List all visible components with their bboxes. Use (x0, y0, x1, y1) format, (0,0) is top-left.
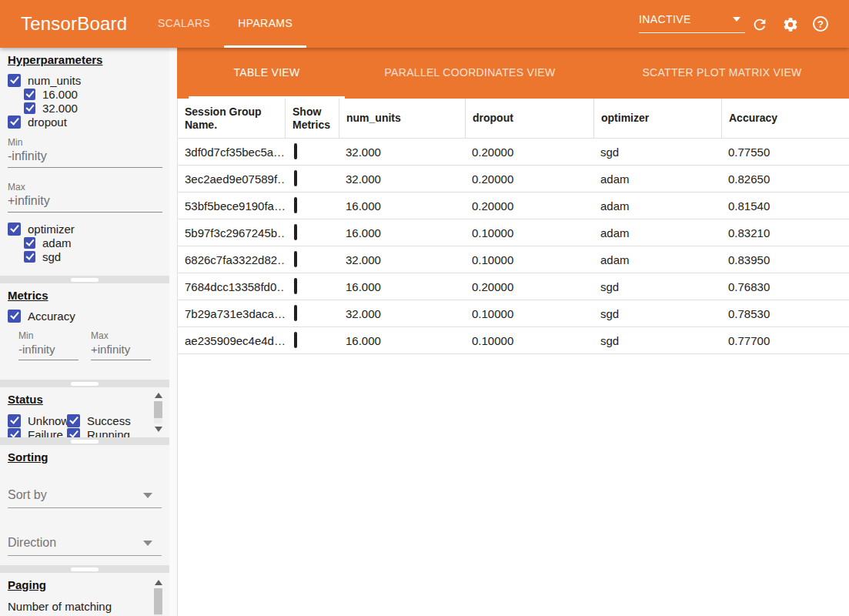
show-metrics-checkbox[interactable] (294, 197, 297, 213)
main-tab-bar: SCALARS HPARAMS (144, 0, 306, 48)
hparam-value-label: 16.000 (42, 88, 78, 101)
refresh-icon[interactable] (751, 16, 768, 33)
tab-scalars[interactable]: SCALARS (144, 0, 224, 48)
scroll-down-icon[interactable] (155, 427, 162, 432)
tab-parallel-coordinates-view[interactable]: PARALLEL COORDINATES VIEW (345, 48, 595, 99)
scrollbar-track[interactable] (154, 401, 162, 424)
scrollbar-thumb[interactable] (154, 401, 162, 418)
min-input[interactable]: -infinity (8, 148, 162, 168)
status-scrollbar[interactable] (153, 390, 163, 434)
table-row: ae235909ec4e4d… 16.000 0.10000 sgd 0.777… (178, 327, 849, 354)
session-group-name: 3ec2aed9e07589f… (178, 172, 285, 186)
metric-max-field[interactable]: Max +infinity (91, 330, 151, 360)
app-title: TensorBoard (21, 13, 127, 35)
optimizer-cell: sgd (593, 280, 721, 293)
optimizer-cell: sgd (593, 334, 721, 347)
scroll-up-icon[interactable] (155, 580, 162, 585)
help-icon[interactable] (813, 16, 828, 32)
section-resize-handle[interactable] (0, 380, 169, 387)
drag-handle[interactable] (71, 278, 99, 282)
hparam-value-label: sgd (42, 250, 61, 263)
tab-hparams[interactable]: HPARAMS (224, 0, 306, 48)
drag-handle[interactable] (71, 382, 99, 386)
checkbox-dropout[interactable] (8, 116, 21, 129)
table-row: 7b29a731e3daca… 32.000 0.10000 sgd 0.785… (178, 300, 849, 327)
checkbox-sgd[interactable] (24, 251, 35, 263)
hparam-optimizer[interactable]: optimizer (8, 222, 169, 236)
column-header-session-group-name: Session Group Name. (178, 99, 285, 138)
max-label: Max (91, 330, 151, 341)
show-metrics-checkbox[interactable] (294, 305, 297, 321)
section-metrics: Metrics Accuracy Min -infinity Max +infi… (0, 283, 169, 380)
drag-handle[interactable] (71, 567, 99, 571)
checkbox-32[interactable] (24, 102, 35, 114)
section-resize-handle[interactable] (0, 276, 169, 283)
optimizer-cell: sgd (593, 307, 721, 320)
checkbox-adam[interactable] (24, 237, 35, 249)
column-header-show-metrics: Show Metrics (285, 99, 339, 138)
show-metrics-checkbox[interactable] (294, 332, 297, 348)
table-header-row: Session Group Name. Show Metrics num_uni… (178, 99, 849, 139)
hparam-value-32[interactable]: 32.000 (24, 101, 169, 115)
dropout-max-field[interactable]: Max +infinity (8, 182, 162, 213)
scroll-up-icon[interactable] (155, 393, 162, 398)
metric-min-field[interactable]: Min -infinity (18, 330, 79, 360)
app-toolbar: TensorBoard SCALARS HPARAMS INACTIVE (0, 0, 849, 48)
dropout-cell: 0.10000 (465, 253, 593, 266)
session-group-name: 7b29a731e3daca… (178, 307, 285, 320)
table-row: 3ec2aed9e07589f… 32.000 0.20000 adam 0.8… (178, 166, 849, 192)
num-units-cell: 32.000 (339, 307, 465, 320)
show-metrics-checkbox[interactable] (294, 170, 297, 186)
sort-by-value: Sort by (8, 488, 47, 502)
accuracy-cell: 0.78530 (721, 307, 849, 320)
sidebar: Hyperparameters num_units 16.000 32.000 … (0, 48, 169, 616)
hparam-dropout[interactable]: dropout (8, 115, 169, 129)
max-input[interactable]: +infinity (8, 192, 162, 213)
direction-dropdown[interactable]: Direction (8, 536, 162, 556)
checkbox-unknown[interactable] (8, 414, 21, 427)
metric-accuracy[interactable]: Accuracy (8, 309, 169, 323)
hparam-value-16[interactable]: 16.000 (24, 87, 169, 101)
status-mode-dropdown[interactable]: INACTIVE (639, 13, 745, 33)
checkbox-failure[interactable] (8, 428, 21, 438)
table-row: 53bf5bece9190fa… 16.000 0.20000 adam 0.8… (178, 192, 849, 219)
optimizer-cell: sgd (593, 146, 721, 159)
show-metrics-checkbox[interactable] (294, 143, 297, 159)
hparam-num-units[interactable]: num_units (8, 73, 169, 87)
hparam-value-label: 32.000 (42, 102, 78, 115)
drag-handle[interactable] (71, 440, 99, 444)
tab-table-view[interactable]: TABLE VIEW (189, 48, 345, 99)
checkbox-running[interactable] (67, 428, 80, 438)
session-group-name: 5b97f3c2967245b… (178, 226, 285, 239)
tab-scatter-plot-matrix-view[interactable]: SCATTER PLOT MATRIX VIEW (595, 48, 849, 99)
status-option-label: Running (87, 428, 130, 438)
gear-icon[interactable] (782, 16, 799, 33)
checkbox-accuracy[interactable] (8, 310, 21, 323)
status-option-label: Success (87, 414, 131, 427)
section-resize-handle[interactable] (0, 437, 169, 445)
max-input[interactable]: +infinity (91, 341, 151, 360)
hparam-value-adam[interactable]: adam (24, 236, 169, 249)
show-metrics-checkbox[interactable] (294, 278, 297, 294)
direction-value: Direction (8, 536, 56, 550)
checkbox-num-units[interactable] (8, 74, 21, 87)
show-metrics-checkbox[interactable] (294, 224, 297, 240)
scrollbar-track[interactable] (154, 588, 162, 616)
paging-scrollbar[interactable] (153, 578, 163, 616)
checkbox-success[interactable] (67, 414, 80, 427)
scrollbar-thumb[interactable] (154, 588, 162, 614)
column-header-dropout: dropout (465, 99, 593, 138)
checkbox-16[interactable] (24, 89, 35, 100)
session-group-name: 53bf5bece9190fa… (178, 199, 285, 213)
column-header-optimizer: optimizer (593, 99, 721, 138)
section-resize-handle[interactable] (0, 565, 169, 573)
sort-by-dropdown[interactable]: Sort by (8, 488, 162, 508)
dropout-min-field[interactable]: Min -infinity (8, 137, 162, 168)
hyperparameters-heading: Hyperparameters (8, 53, 102, 66)
checkbox-optimizer[interactable] (8, 223, 21, 236)
hparam-value-sgd[interactable]: sgd (24, 249, 169, 263)
table-row: 7684dcc13358fd0… 16.000 0.20000 sgd 0.76… (178, 273, 849, 300)
min-input[interactable]: -infinity (18, 341, 79, 360)
show-metrics-checkbox[interactable] (294, 251, 297, 267)
table-row: 3df0d7cf35bec5a… 32.000 0.20000 sgd 0.77… (178, 139, 849, 166)
